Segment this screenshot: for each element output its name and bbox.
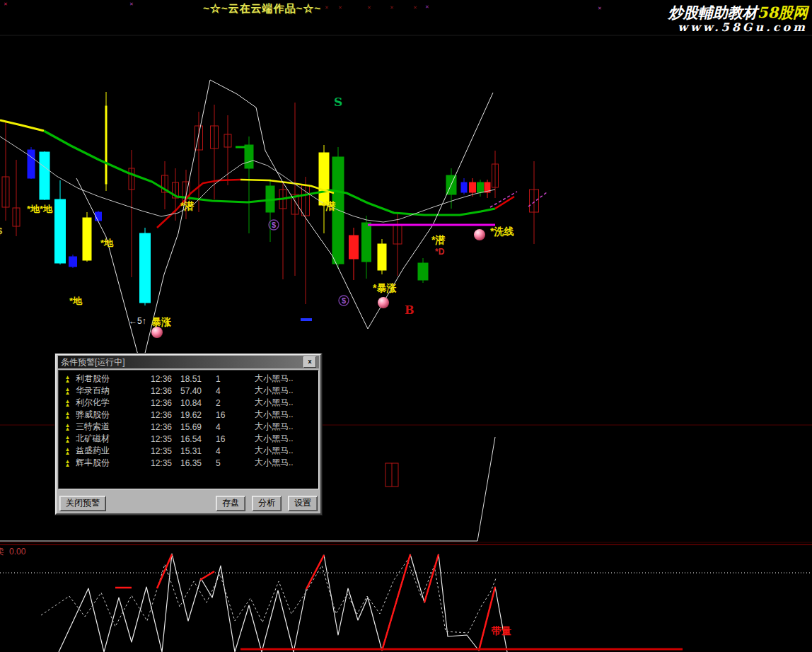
trading-app-screen: { "header": { "title": "~☆~云在云端作品~☆~", "… <box>0 0 812 652</box>
alert-row[interactable]: ▲▲骅威股份12:3619.6216大小黑马.. <box>59 409 318 421</box>
alert-count: 5 <box>216 458 255 468</box>
brand-line1: 炒股輔助教材58股网 <box>668 4 808 21</box>
stock-name: 利君股份 <box>76 373 151 385</box>
alert-time: 12:35 <box>151 434 180 444</box>
candle-body-c <box>55 199 66 263</box>
bi-red-4 <box>306 555 324 589</box>
alert-time: 12:36 <box>151 410 180 420</box>
chart-label: $ <box>342 296 346 305</box>
alert-time: 12:36 <box>151 398 180 408</box>
candle-body-rs <box>349 235 359 259</box>
top-mark-icon: ✕ <box>390 5 394 10</box>
top-mark-icon: ✕ <box>598 6 602 11</box>
alert-condition: 大小黑马.. <box>255 421 318 433</box>
alert-price: 10.84 <box>180 398 216 408</box>
alert-row[interactable]: ▲▲三特索道12:3615.694大小黑马.. <box>59 421 318 433</box>
alert-row[interactable]: ▲▲益盛药业12:3515.314大小黑马.. <box>59 445 318 457</box>
candle-body-g <box>418 263 428 280</box>
close-alert-button[interactable]: 关闭预警 <box>59 496 106 511</box>
alert-price: 16.54 <box>180 434 216 444</box>
alert-price: 18.51 <box>180 374 216 384</box>
stock-name: 北矿磁材 <box>76 433 151 445</box>
candle-body-b <box>461 182 467 192</box>
settings-button[interactable]: 设置 <box>288 496 318 511</box>
candle-body-g <box>362 223 371 262</box>
top-mark-icon: ✕ <box>4 1 8 6</box>
analyze-button[interactable]: 分析 <box>252 496 282 511</box>
close-icon[interactable]: x <box>303 356 316 368</box>
alert-time: 12:35 <box>151 458 180 468</box>
brand-text-white: 炒股輔助教材 <box>668 4 758 21</box>
alert-price: 16.35 <box>180 458 216 468</box>
bi-red-7 <box>479 587 495 651</box>
chart-label: *地*地 <box>27 204 53 214</box>
alert-list: ▲▲利君股份12:3618.511大小黑马..▲▲华录百纳12:3657.404… <box>58 370 319 489</box>
alert-count: 2 <box>216 398 255 408</box>
pink-ball-icon <box>378 297 389 308</box>
alert-time: 12:36 <box>151 386 180 396</box>
candle-body-g <box>245 145 253 168</box>
alert-row[interactable]: ▲▲利尔化学12:3610.842大小黑马.. <box>59 397 318 409</box>
candle-body-y <box>83 218 91 260</box>
alert-condition: 大小黑马.. <box>255 433 318 445</box>
stock-name: 辉丰股份 <box>76 457 151 469</box>
alert-dialog-title: 条件预警[运行中] <box>61 356 125 368</box>
save-button[interactable]: 存盘 <box>216 496 245 511</box>
stock-name: 利尔化学 <box>76 397 151 409</box>
chart-label: 卖 <box>0 547 4 557</box>
alert-count: 1 <box>216 374 255 384</box>
chart-label: 0.00 <box>9 547 26 557</box>
alert-row[interactable]: ▲▲北矿磁材12:3516.5416大小黑马.. <box>59 433 318 445</box>
up-arrows-icon: ▲▲ <box>63 424 72 431</box>
candle-body-b <box>69 257 77 267</box>
alert-price: 15.31 <box>180 446 216 456</box>
candle-body-y <box>105 106 107 184</box>
chart-label: 带量 <box>491 625 511 636</box>
top-mark-icon: ✕ <box>338 5 342 10</box>
chart-label: *洗线 <box>490 226 514 237</box>
bi-red-2 <box>157 554 172 588</box>
alert-count: 4 <box>216 422 255 432</box>
magenta-arrow-2 <box>528 192 547 206</box>
chart-label: ←5↑ <box>129 316 146 326</box>
pink-ball-icon <box>474 229 485 240</box>
up-arrows-icon: ▲▲ <box>63 460 72 467</box>
alert-row[interactable]: ▲▲华录百纳12:3657.404大小黑马.. <box>59 385 318 397</box>
top-mark-icon: ✕ <box>425 4 429 9</box>
ma-yellow-left <box>0 120 44 131</box>
up-arrows-icon: ▲▲ <box>63 376 72 383</box>
alert-dialog-titlebar[interactable]: 条件预警[运行中] x <box>58 356 319 368</box>
alert-price: 57.40 <box>180 386 216 396</box>
page-title: ~☆~云在云端作品~☆~ <box>203 2 321 16</box>
bi-red-5 <box>382 554 410 651</box>
candle-body-y <box>319 153 329 205</box>
alert-condition: 大小黑马.. <box>255 445 318 457</box>
alert-condition: 大小黑马.. <box>255 457 318 469</box>
top-mark-icon: ✕ <box>325 5 329 10</box>
alert-price: 15.69 <box>180 422 216 432</box>
alert-condition: 大小黑马.. <box>255 373 318 385</box>
alert-row[interactable]: ▲▲利君股份12:3618.511大小黑马.. <box>59 373 318 385</box>
stock-name: 骅威股份 <box>76 409 151 421</box>
alert-row[interactable]: ▲▲辉丰股份12:3516.355大小黑马.. <box>59 457 318 469</box>
alert-time: 12:36 <box>151 374 180 384</box>
magenta-arrow-1 <box>490 192 517 207</box>
alert-condition: 大小黑马.. <box>255 385 318 397</box>
chart-label: S <box>334 95 342 109</box>
alert-count: 16 <box>216 434 255 444</box>
stock-name: 三特索道 <box>76 421 151 433</box>
brand-text-yellow: 58股网 <box>758 4 808 21</box>
chart-label: *地 <box>100 238 114 248</box>
candle-body-c <box>140 233 151 303</box>
chart-label: *D <box>435 247 445 257</box>
alert-dialog-buttonbar: 关闭预警 存盘 分析 设置 <box>58 494 319 512</box>
brand-url: www.58Gu.com <box>668 21 808 34</box>
chart-label: 暴涨 <box>151 316 171 327</box>
main-chart-svg: ✕✕✕✕✕✕✕✕✕*地*地*地*地*潜*潜*潜*洗线*暴涨←5↑暴涨SB*D带量… <box>0 0 812 652</box>
pink-ball-icon <box>151 327 163 338</box>
chart-label: B <box>405 303 414 317</box>
stock-name: 华录百纳 <box>76 385 151 397</box>
chart-label: $ <box>0 226 3 236</box>
alert-count: 4 <box>216 386 255 396</box>
brand-watermark: 炒股輔助教材58股网 www.58Gu.com <box>668 4 808 35</box>
